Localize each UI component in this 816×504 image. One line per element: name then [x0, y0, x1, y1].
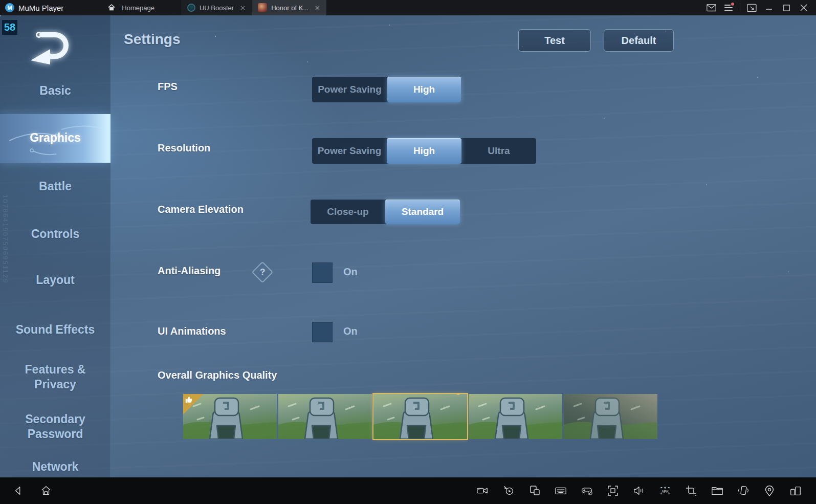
tab-homepage[interactable]: Homepage	[99, 0, 161, 15]
shake-phone-icon[interactable]	[737, 485, 749, 497]
camera-option-standard[interactable]: Standard	[385, 200, 460, 224]
titlebar-controls	[705, 2, 816, 14]
menu-icon[interactable]	[722, 2, 735, 14]
sidebar-item-features-privacy[interactable]: Features & Privacy	[0, 362, 111, 392]
maximize-icon[interactable]	[780, 2, 792, 14]
resolution-option-high[interactable]: High	[387, 138, 461, 164]
fps-label: FPS	[158, 81, 178, 93]
tab-homepage-label: Homepage	[122, 4, 155, 12]
mail-icon[interactable]	[705, 2, 717, 14]
folder-icon[interactable]	[711, 485, 723, 497]
tab-uu-booster[interactable]: UU Booster	[181, 0, 252, 15]
resolution-label: Resolution	[158, 142, 210, 154]
camera-segmented-control: Close-up Standard	[311, 200, 460, 224]
notification-dot	[731, 3, 734, 6]
fps-segmented-control: Power Saving High	[312, 77, 461, 102]
macro-record-icon[interactable]	[502, 485, 515, 497]
overall-graphics-quality-label: Overall Graphics Quality	[158, 369, 277, 381]
camera-option-close-up[interactable]: Close-up	[311, 200, 385, 224]
game-viewport: Basic Graphics Battle Controls Layout So…	[0, 15, 816, 477]
apk-install-icon[interactable]: APK	[659, 485, 671, 497]
fps-counter-badge: 58	[2, 20, 17, 35]
anti-aliasing-label: Anti-Aliasing	[158, 265, 220, 277]
android-back-icon[interactable]	[12, 485, 25, 497]
fullscreen-game-icon[interactable]	[607, 485, 619, 497]
emulator-tools: APK	[476, 485, 816, 497]
close-tab-icon[interactable]	[315, 5, 320, 11]
tab-honor-label: Honor of K...	[271, 4, 308, 12]
resolution-option-power-saving[interactable]: Power Saving	[312, 138, 387, 164]
titlebar: M MuMu Player Homepage UU Booster Honor …	[0, 0, 816, 15]
titlebar-separator	[740, 4, 740, 12]
back-arrow-icon[interactable]	[24, 26, 71, 71]
sidebar-item-battle[interactable]: Battle	[0, 179, 111, 194]
emulator-toolbar: APK	[0, 477, 816, 504]
quality-thumb-4[interactable]	[469, 394, 562, 439]
location-icon[interactable]	[763, 485, 776, 497]
keyboard-icon[interactable]	[555, 485, 567, 497]
android-home-icon[interactable]	[40, 485, 52, 497]
fps-option-high[interactable]: High	[387, 77, 461, 102]
sidebar-item-network[interactable]: Network	[0, 459, 111, 474]
rotate-screen-icon[interactable]	[789, 485, 802, 497]
quality-thumb-1-recommended[interactable]	[183, 394, 277, 439]
quality-thumb-2[interactable]	[278, 394, 372, 439]
ui-animations-state: On	[343, 325, 358, 337]
tab-uu-booster-label: UU Booster	[200, 4, 234, 12]
test-button[interactable]: Test	[518, 29, 591, 52]
record-screen-icon[interactable]	[476, 485, 489, 497]
sidebar-item-basic[interactable]: Basic	[0, 83, 111, 98]
app-brand: M MuMu Player	[0, 3, 71, 12]
close-icon[interactable]	[798, 2, 810, 14]
graphics-quality-selector	[183, 394, 657, 439]
sidebar-item-controls[interactable]: Controls	[0, 227, 111, 242]
settings-sidebar: Basic Graphics Battle Controls Layout So…	[0, 15, 111, 477]
fullscreen-window-icon[interactable]	[745, 2, 758, 14]
volume-icon[interactable]	[633, 485, 645, 497]
android-nav-buttons	[0, 485, 52, 497]
honor-of-kings-icon	[258, 3, 267, 12]
sidebar-item-graphics[interactable]: Graphics	[0, 130, 111, 145]
app-title: MuMu Player	[18, 4, 63, 12]
mumu-logo-icon: M	[5, 3, 14, 12]
watermark-serial: 1078641907506951129	[2, 194, 9, 322]
anti-aliasing-checkbox[interactable]	[312, 262, 333, 283]
anti-aliasing-state: On	[343, 266, 358, 278]
mumu-player-window: M MuMu Player Homepage UU Booster Honor …	[0, 0, 816, 504]
minimize-icon[interactable]	[763, 2, 775, 14]
fps-option-power-saving[interactable]: Power Saving	[312, 77, 387, 102]
close-tab-icon[interactable]	[240, 5, 246, 11]
screenshot-crop-icon[interactable]	[685, 485, 697, 497]
resolution-option-ultra[interactable]: Ultra	[461, 138, 536, 164]
multi-instance-icon[interactable]	[528, 485, 541, 497]
camera-elevation-label: Camera Elevation	[158, 204, 244, 215]
uu-booster-icon	[187, 4, 195, 12]
quality-thumb-3-selected[interactable]	[373, 394, 467, 439]
default-button[interactable]: Default	[604, 29, 674, 52]
ui-animations-label: UI Animations	[158, 325, 226, 337]
page-title: Settings	[124, 31, 180, 48]
sidebar-item-layout[interactable]: Layout	[0, 273, 111, 288]
help-glyph: ?	[260, 267, 265, 277]
home-tab-icon	[105, 2, 118, 14]
sidebar-item-secondary-password[interactable]: Secondary Password	[0, 412, 111, 442]
gamepad-disabled-icon[interactable]	[581, 485, 593, 497]
tab-honor-of-kings[interactable]: Honor of K...	[252, 0, 326, 15]
ui-animations-checkbox[interactable]	[312, 322, 333, 342]
quality-thumb-5-custom[interactable]	[564, 394, 657, 439]
sidebar-item-sound-effects[interactable]: Sound Effects	[0, 322, 111, 337]
apk-icon-label: APK	[661, 490, 669, 493]
resolution-segmented-control: Power Saving High Ultra	[312, 138, 536, 164]
